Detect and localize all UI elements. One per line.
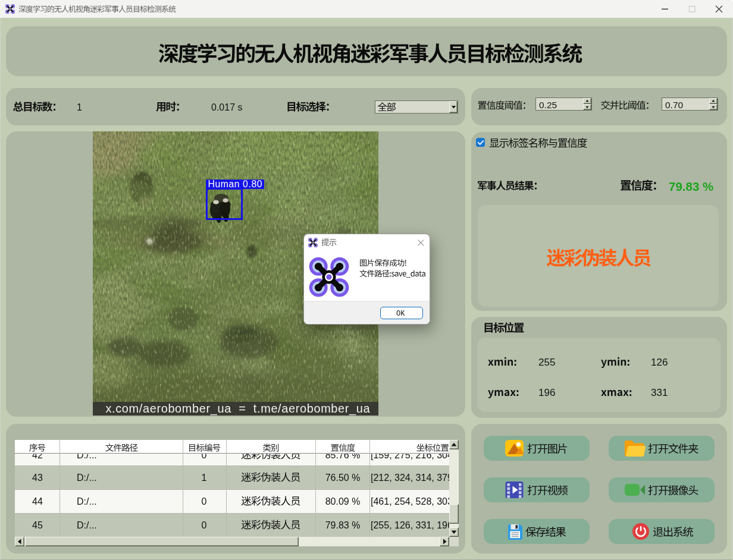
svg-text:D:/...: D:/... <box>77 473 97 483</box>
svg-text:D:/...: D:/... <box>77 496 97 506</box>
svg-text:79.83 %: 79.83 % <box>669 180 713 193</box>
svg-text:80.09 %: 80.09 % <box>325 496 361 506</box>
svg-text:196: 196 <box>538 387 555 398</box>
svg-text:44: 44 <box>32 496 43 506</box>
svg-text:0: 0 <box>202 520 207 530</box>
svg-text:85.76 %: 85.76 % <box>325 450 361 460</box>
svg-text:79.83 %: 79.83 % <box>325 520 361 530</box>
svg-text:126: 126 <box>651 357 668 368</box>
svg-text:76.50 %: 76.50 % <box>325 473 361 483</box>
svg-text:0: 0 <box>202 496 207 506</box>
svg-text:[461, 254, 528, 303]: [461, 254, 528, 303] <box>371 496 455 506</box>
svg-text:[255, 126, 331, 196]: [255, 126, 331, 196] <box>371 520 455 530</box>
svg-text:45: 45 <box>32 520 43 530</box>
svg-text:1: 1 <box>202 473 207 483</box>
svg-text:0.017 s: 0.017 s <box>211 102 242 112</box>
svg-text:OK: OK <box>396 310 405 318</box>
svg-text:D:/...: D:/... <box>77 520 97 530</box>
svg-text:1: 1 <box>77 102 82 112</box>
svg-text:43: 43 <box>32 473 43 483</box>
svg-text:D:/...: D:/... <box>77 450 97 460</box>
svg-text:0.70: 0.70 <box>665 100 684 110</box>
svg-text:0: 0 <box>202 450 207 460</box>
svg-text:[212, 324, 314, 379]: [212, 324, 314, 379] <box>371 473 455 483</box>
svg-text:0.25: 0.25 <box>539 100 557 110</box>
svg-text:255: 255 <box>538 357 555 368</box>
svg-text:331: 331 <box>651 387 668 398</box>
svg-text:[159, 275, 216, 304]: [159, 275, 216, 304] <box>371 450 455 460</box>
